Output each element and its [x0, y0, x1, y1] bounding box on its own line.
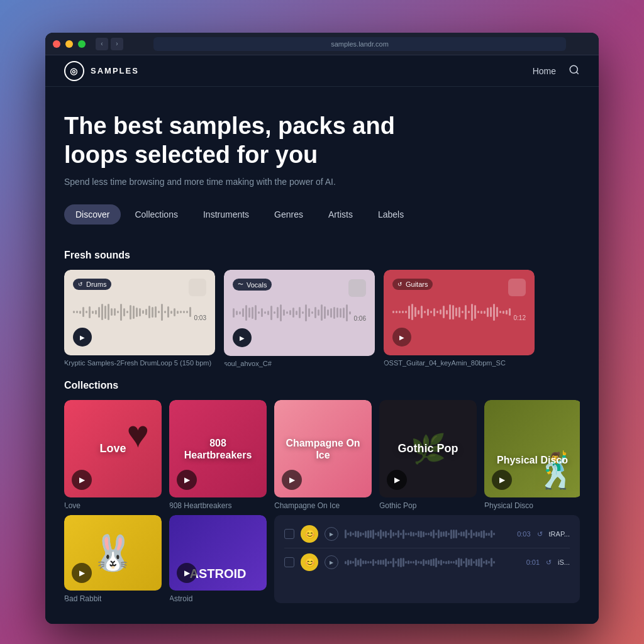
champagne-thumb: Champagne On Ice ▶ — [274, 400, 372, 497]
astroid-thumb: ASTROID ▶ — [169, 515, 267, 591]
track-list: 😊 ▶ 0:03 ↺ tRAP... 😊 ▶ 0:01 ↺ — [274, 515, 580, 603]
titlebar: ‹ › samples.landr.com — [45, 33, 599, 55]
tab-labels[interactable]: Labels — [367, 204, 415, 225]
track-name-2: iS... — [558, 558, 570, 566]
drums-time: 0:03 — [194, 314, 206, 321]
guitars-time: 0:12 — [514, 314, 526, 321]
track-row-2: 😊 ▶ 0:01 ↺ iS... — [284, 548, 570, 576]
url-bar[interactable]: samples.landr.com — [153, 37, 566, 51]
drums-name: Kryptic Samples-2Fresh DrumLoop 5 (150 b… — [64, 359, 215, 367]
vocals-waveform: 0:06 — [233, 303, 366, 322]
love-thumb: ♥ Love ▶ — [64, 400, 162, 497]
tab-discover[interactable]: Discover — [64, 204, 121, 225]
gothic-label: Gothic Pop — [392, 436, 465, 462]
rabbit-thumb: 🐰 ▶ — [64, 515, 162, 591]
url-text: samples.landr.com — [331, 40, 389, 48]
guitars-waveform: 0:12 — [392, 303, 526, 321]
search-icon[interactable] — [569, 64, 580, 77]
collection-card-love[interactable]: ♥ Love ▶ Love — [64, 400, 162, 510]
gothic-thumb: 🌿 Gothic Pop ▶ — [379, 400, 477, 497]
physical-name: Physical Disco — [484, 501, 580, 510]
svg-point-0 — [570, 65, 577, 73]
champagne-play-button[interactable]: ▶ — [282, 470, 302, 490]
champagne-label: Champagne On Ice — [274, 431, 372, 467]
page-content: ◎ SAMPLES Home The best samples, packs a… — [45, 55, 599, 624]
guitars-badge: ↺ Guitars — [392, 279, 433, 290]
gothic-name: Gothic Pop — [379, 501, 477, 510]
tab-collections[interactable]: Collections — [123, 204, 189, 225]
physical-label: Physical Disco — [491, 448, 574, 472]
sound-card-vocals: 〜 Vocals 0:06 ▶ soul_ahvox_C# — [224, 270, 375, 367]
collection-card-physical[interactable]: 🕺 Physical Disco ▶ Physical Disco — [484, 400, 580, 510]
tab-artists[interactable]: Artists — [317, 204, 364, 225]
heartbreakers-thumb: 808 Heartbreakers ▶ — [169, 400, 267, 497]
physical-thumb: 🕺 Physical Disco ▶ — [484, 400, 580, 497]
forward-button[interactable]: › — [111, 38, 123, 50]
gothic-play-button[interactable]: ▶ — [387, 470, 407, 490]
track-smiley-1: 😊 — [301, 525, 318, 543]
track-play-2[interactable]: ▶ — [325, 555, 338, 569]
hero-subtitle: Spend less time browsing and more time m… — [64, 177, 580, 187]
sound-card-guitars: ↺ Guitars 0:12 ▶ OSST_Guitar_04_keyAmin_… — [384, 270, 535, 367]
physical-play-button[interactable]: ▶ — [492, 470, 512, 490]
collection-card-gothic[interactable]: 🌿 Gothic Pop ▶ Gothic Pop — [379, 400, 477, 510]
drums-badge: ↺ Drums — [73, 279, 111, 290]
nav-right: Home — [533, 64, 580, 77]
track-name-1: tRAP... — [549, 530, 570, 538]
tab-genres[interactable]: Genres — [263, 204, 314, 225]
guitars-play-button[interactable]: ▶ — [392, 328, 411, 347]
astroid-name: Astroid — [169, 594, 267, 603]
collection-card-astroid[interactable]: ASTROID ▶ Astroid — [169, 515, 267, 603]
wave-icon: 〜 — [238, 280, 243, 289]
guitars-name: OSST_Guitar_04_keyAmin_80bpm_SC — [384, 359, 535, 367]
logo: ◎ SAMPLES — [64, 61, 139, 81]
minimize-button[interactable] — [65, 40, 73, 48]
nav-tabs: Discover Collections Instruments Genres … — [64, 204, 580, 225]
track-waveform-1 — [345, 528, 511, 540]
replay-icon: ↺ — [78, 281, 83, 287]
rabbit-play-button[interactable]: ▶ — [72, 563, 92, 583]
collection-card-heartbreakers[interactable]: 808 Heartbreakers ▶ 808 Heartbreakers — [169, 400, 267, 510]
close-button[interactable] — [53, 40, 60, 48]
collection-card-champagne[interactable]: Champagne On Ice ▶ Champagne On Ice — [274, 400, 372, 510]
top-nav: ◎ SAMPLES Home — [45, 55, 599, 87]
track-checkbox-2[interactable] — [284, 557, 294, 567]
track-checkbox-1[interactable] — [284, 529, 294, 539]
drums-play-button[interactable]: ▶ — [73, 328, 92, 347]
bottom-row: 🐰 ▶ Bad Rabbit ASTROID ▶ Astroid — [64, 515, 580, 603]
track-reset-2: ↺ — [546, 558, 552, 567]
maximize-button[interactable] — [78, 40, 86, 48]
drums-badge-label: Drums — [86, 280, 106, 288]
collections-row: ♥ Love ▶ Love 808 Heartbreakers ▶ 808 He… — [64, 400, 580, 510]
fresh-sounds-title: Fresh sounds — [64, 250, 580, 261]
vocals-badge: 〜 Vocals — [233, 279, 272, 291]
heartbreakers-name: 808 Heartbreakers — [169, 501, 267, 510]
track-play-1[interactable]: ▶ — [325, 527, 338, 541]
back-button[interactable]: ‹ — [96, 38, 108, 50]
heartbreakers-label: 808 Heartbreakers — [169, 431, 267, 467]
guitars-thumb — [508, 279, 526, 296]
vocals-play-button[interactable]: ▶ — [233, 328, 252, 347]
sound-card-inner-drums: ↺ Drums 0:03 ▶ — [64, 270, 215, 355]
logo-text: SAMPLES — [91, 66, 139, 75]
astroid-play-button[interactable]: ▶ — [177, 563, 197, 583]
track-waveform-2 — [345, 556, 520, 569]
tab-instruments[interactable]: Instruments — [192, 204, 260, 225]
vocals-badge-label: Vocals — [247, 281, 267, 289]
track-duration-2: 0:01 — [526, 558, 540, 566]
nav-arrows: ‹ › — [96, 38, 123, 50]
heartbreakers-play-button[interactable]: ▶ — [177, 470, 197, 490]
rabbit-decoration: 🐰 — [91, 533, 135, 574]
collection-card-rabbit[interactable]: 🐰 ▶ Bad Rabbit — [64, 515, 162, 603]
sound-card-inner-vocals: 〜 Vocals 0:06 ▶ — [224, 270, 375, 356]
logo-icon: ◎ — [64, 61, 84, 81]
love-name: Love — [64, 501, 162, 510]
home-link[interactable]: Home — [533, 66, 556, 76]
collections-title: Collections — [64, 380, 580, 391]
hero-section: The best samples, packs and loops select… — [45, 87, 599, 237]
champagne-name: Champagne On Ice — [274, 501, 372, 510]
track-row-1: 😊 ▶ 0:03 ↺ tRAP... — [284, 520, 570, 548]
drums-waveform: 0:03 — [73, 303, 206, 321]
track-duration-1: 0:03 — [517, 530, 530, 538]
love-play-button[interactable]: ▶ — [72, 470, 92, 490]
